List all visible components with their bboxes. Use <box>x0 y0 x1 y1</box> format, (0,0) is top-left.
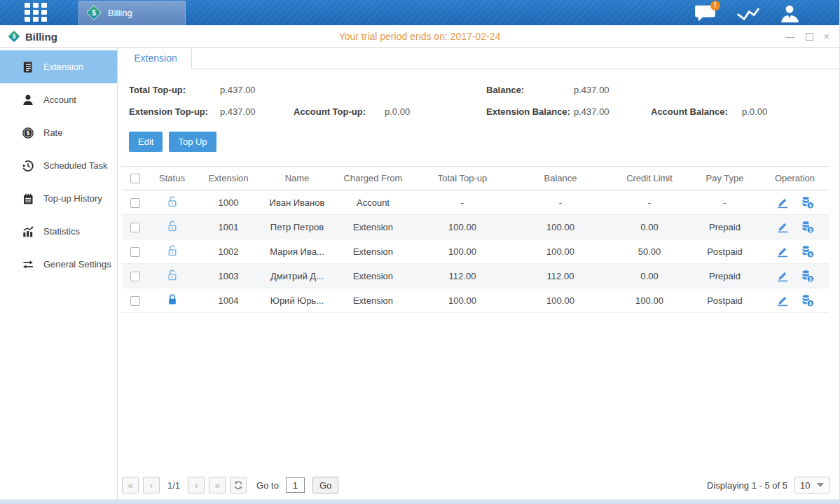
topup-coins-icon[interactable]: $ <box>801 195 815 209</box>
topup-history-icon <box>22 192 34 205</box>
svg-text:$: $ <box>808 227 811 233</box>
account-topup-label: Account Top-up: <box>294 101 385 122</box>
reports-chart-icon[interactable] <box>736 4 764 23</box>
row-checkbox[interactable] <box>130 247 140 257</box>
row-select-cell <box>122 190 149 215</box>
maximize-button[interactable] <box>806 33 813 41</box>
cell-credit-limit: 0.00 <box>610 215 689 239</box>
balance-label: Balance: <box>486 79 574 101</box>
line-chart-glyph <box>736 4 761 23</box>
edit-pencil-icon[interactable] <box>776 220 790 234</box>
person-glyph <box>778 4 801 23</box>
row-select-cell <box>122 215 149 239</box>
extension-icon <box>22 61 34 74</box>
apps-grid-icon[interactable] <box>24 2 48 23</box>
row-select-cell <box>122 239 149 264</box>
prev-page-button[interactable]: ‹ <box>143 477 160 493</box>
row-checkbox[interactable] <box>130 296 140 306</box>
edit-pencil-icon[interactable] <box>776 269 790 283</box>
sidebar-item-extension[interactable]: Extension <box>0 50 117 83</box>
topup-coins-icon[interactable]: $ <box>801 293 815 307</box>
statistics-icon <box>22 225 34 238</box>
lock-open-icon <box>167 195 178 209</box>
row-checkbox[interactable] <box>130 198 140 208</box>
window-title-text: Billing <box>25 31 57 43</box>
row-checkbox[interactable] <box>130 272 140 281</box>
cell-name: Юрий Юрь... <box>261 288 333 313</box>
cell-credit-limit: - <box>610 190 689 215</box>
cell-operation: $ <box>760 288 829 313</box>
table-header-row: StatusExtensionNameCharged FromTotal Top… <box>122 167 829 190</box>
cell-pay-type: - <box>689 190 760 215</box>
cell-credit-limit: 50.00 <box>610 239 689 264</box>
topup-coins-icon[interactable]: $ <box>801 220 815 234</box>
select-all-cell <box>122 167 149 190</box>
sidebar-item-rate[interactable]: $Rate <box>0 116 117 149</box>
row-checkbox[interactable] <box>130 223 140 232</box>
displaying-text: Displaying 1 - 5 of 5 <box>707 480 787 491</box>
goto-page-input[interactable] <box>286 477 305 493</box>
cell-charged-from: Extension <box>333 215 413 239</box>
cell-charged-from: Account <box>333 190 413 215</box>
edit-pencil-icon[interactable] <box>776 293 790 307</box>
column-header-name: Name <box>261 167 333 190</box>
page-indicator: 1/1 <box>167 480 180 491</box>
cell-balance: - <box>511 190 610 215</box>
sidebar-item-label: Rate <box>43 127 62 138</box>
billing-app-icon: $ <box>85 4 102 21</box>
general-settings-icon <box>22 258 34 271</box>
notification-badge: ! <box>710 1 720 10</box>
close-button[interactable]: × <box>824 31 829 41</box>
sidebar-item-statistics[interactable]: Statistics <box>0 215 117 248</box>
select-all-checkbox[interactable] <box>130 174 140 183</box>
svg-text:$: $ <box>808 252 811 258</box>
apps-grid-glyph <box>24 2 48 23</box>
table-row-1004: 1004Юрий Юрь...Extension100.00100.00100.… <box>122 288 829 313</box>
cell-charged-from: Extension <box>333 264 413 288</box>
tab-extension[interactable]: Extension <box>120 48 192 69</box>
cell-pay-type: Postpaid <box>689 239 760 264</box>
edit-button[interactable]: Edit <box>129 132 163 152</box>
sidebar-item-general-settings[interactable]: General Settings <box>0 248 117 281</box>
go-button[interactable]: Go <box>312 477 338 493</box>
taskbar-tab-billing[interactable]: $ Billing <box>78 1 186 24</box>
billing-window: $ Billing ! <box>0 0 840 504</box>
sidebar-item-scheduled-task[interactable]: Scheduled Task <box>0 149 117 182</box>
pagination-bar: « ‹ 1/1 › » Go to Go Displaying <box>122 477 829 493</box>
sidebar-item-account[interactable]: Account <box>0 83 117 116</box>
cell-operation: $ <box>760 190 829 215</box>
topup-coins-icon[interactable]: $ <box>801 269 815 283</box>
cell-status <box>149 264 195 288</box>
cell-operation: $ <box>760 215 829 239</box>
sidebar-item-label: General Settings <box>43 259 111 270</box>
top-up-button[interactable]: Top Up <box>169 132 216 152</box>
svg-text:$: $ <box>808 276 811 282</box>
refresh-button[interactable] <box>230 477 247 493</box>
edit-pencil-icon[interactable] <box>776 244 790 258</box>
sidebar-item-label: Scheduled Task <box>43 160 108 171</box>
first-page-button[interactable]: « <box>122 477 139 493</box>
last-page-button[interactable]: » <box>209 477 226 493</box>
sidebar: ExtensionAccount$RateScheduled TaskTop-u… <box>0 48 118 499</box>
topup-coins-icon[interactable]: $ <box>801 244 815 258</box>
scheduled-task-icon <box>22 160 34 172</box>
cell-name: Мария Ива... <box>261 239 333 264</box>
cell-credit-limit: 100.00 <box>610 288 689 313</box>
next-page-button[interactable]: › <box>188 477 205 493</box>
user-account-icon[interactable] <box>778 4 806 23</box>
extension-balance-label: Extension Balance: <box>486 101 574 122</box>
edit-pencil-icon[interactable] <box>776 195 790 209</box>
balance-summary: Total Top-up:p.437.00Balance:p.437.00 Ex… <box>129 79 839 122</box>
tab-bar: Extension <box>118 48 839 69</box>
svg-text:$: $ <box>26 130 29 136</box>
sidebar-item-top-up-history[interactable]: Top-up History <box>0 182 117 215</box>
cell-status <box>149 190 195 215</box>
messages-icon[interactable]: ! <box>694 4 722 23</box>
table-row-1003: 1003Дмитрий Д...Extension112.00112.000.0… <box>122 264 829 288</box>
minimize-button[interactable]: — <box>785 31 795 41</box>
main-content: Extension Total Top-up:p.437.00Balance:p… <box>118 48 839 499</box>
os-topbar: $ Billing ! <box>0 0 839 25</box>
cell-balance: 112.00 <box>511 264 610 288</box>
page-size-select[interactable]: 10 <box>794 477 829 493</box>
cell-extension: 1004 <box>195 288 261 313</box>
